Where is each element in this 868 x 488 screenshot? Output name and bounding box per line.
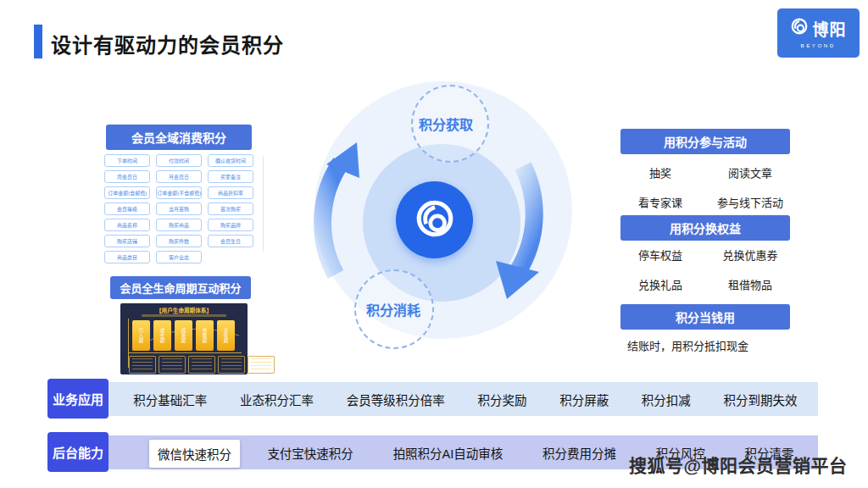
grid-cell: 商品折扣率 bbox=[208, 186, 253, 199]
panel-header-points-as-cash: 积分当钱用 bbox=[620, 304, 790, 330]
grid-cell: 付款时间 bbox=[156, 154, 202, 167]
lifecycle-captions bbox=[129, 356, 275, 374]
lifecycle-chart-image: 【用户生命周期体系】 引入期成长期成熟期休眠期流失期 bbox=[120, 303, 248, 374]
activity-item: 阅读文章 bbox=[705, 164, 795, 180]
backend-capability-item: 积分费用分摊 bbox=[542, 444, 616, 462]
lifecycle-caption-box bbox=[248, 356, 275, 374]
lifecycle-stage-card: 流失期 bbox=[217, 320, 235, 351]
beyond-logo-icon bbox=[414, 197, 456, 243]
lifecycle-caption-box bbox=[159, 356, 186, 374]
beyond-logo-icon bbox=[790, 17, 809, 39]
brand-name: 博阳 bbox=[812, 17, 846, 40]
panel-header-lifecycle-points: 会员全生命周期互动积分 bbox=[110, 276, 251, 299]
points-as-cash-note: 结账时，用积分抵扣现金 bbox=[627, 337, 748, 353]
benefit-item: 兑换优惠券 bbox=[705, 247, 795, 263]
grid-cell: 首次购买 bbox=[208, 202, 253, 215]
activity-item: 看专家课 bbox=[615, 194, 705, 210]
benefit-item: 停车权益 bbox=[615, 247, 705, 263]
slide: 设计有驱动力的会员积分 博阳 BEYOND 会员全域消费积分 下单时间付款时间确… bbox=[0, 0, 868, 488]
page-title: 设计有驱动力的会员积分 bbox=[51, 29, 284, 58]
consume-points-grid: 下单时间付款时间确认收货时间周会员日月会员日买家备注订单金额(含邮费)订单金额(… bbox=[104, 154, 255, 263]
watermark: 搜狐号@博阳会员营销平台 bbox=[629, 452, 847, 477]
grid-cell: 下单时间 bbox=[104, 154, 150, 167]
grid-cell: 当月首购 bbox=[156, 202, 202, 215]
grid-cell: 购买店铺 bbox=[104, 235, 150, 247]
grid-cell: 买家备注 bbox=[208, 170, 253, 183]
cycle-core-logo bbox=[396, 181, 473, 258]
wechat-quick-points-box: 微信快速积分 bbox=[149, 440, 240, 468]
brand-logo: 博阳 BEYOND bbox=[777, 8, 860, 58]
business-app-item: 积分奖励 bbox=[477, 391, 526, 408]
grid-cell: 订单金额(不含邮费) bbox=[156, 186, 202, 199]
earn-points-label: 积分获取 bbox=[419, 114, 473, 134]
title-accent-bar bbox=[34, 25, 42, 58]
business-app-item: 会员等级积分倍率 bbox=[347, 391, 445, 408]
business-app-item: 业态积分汇率 bbox=[240, 391, 314, 408]
lifecycle-stage-card: 休眠期 bbox=[196, 320, 214, 351]
lifecycle-stage-card: 引入期 bbox=[132, 320, 150, 351]
grid-cell: 客户业态 bbox=[156, 251, 202, 263]
business-apps-label: 业务应用 bbox=[47, 379, 108, 419]
panel-header-activities: 用积分参与活动 bbox=[620, 129, 790, 154]
grid-cell: 商品名称 bbox=[104, 219, 150, 231]
backend-capability-item: 拍照积分AI自动审核 bbox=[393, 444, 504, 462]
benefit-item: 租借物品 bbox=[705, 276, 795, 292]
spend-points-label: 积分消耗 bbox=[366, 299, 420, 319]
grid-cell: 购买件数 bbox=[156, 235, 202, 247]
lifecycle-caption-box bbox=[188, 356, 215, 374]
grid-cell: 月会员日 bbox=[156, 170, 202, 183]
business-app-item: 积分基础汇率 bbox=[133, 391, 207, 408]
lifecycle-stages: 引入期成长期成熟期休眠期流失期 bbox=[132, 320, 235, 351]
benefits-items: 停车权益兑换优惠券兑换礼品租借物品 bbox=[615, 247, 795, 292]
brand-subtitle: BEYOND bbox=[801, 42, 836, 48]
lifecycle-stage-card: 成熟期 bbox=[175, 320, 192, 351]
grid-cell: 购买商品 bbox=[156, 219, 202, 231]
lifecycle-stage-card: 成长期 bbox=[153, 320, 171, 351]
benefit-item: 兑换礼品 bbox=[615, 276, 705, 292]
grid-cell: 购买品牌 bbox=[208, 219, 253, 231]
business-app-item: 积分扣减 bbox=[642, 391, 691, 408]
lifecycle-axis-x bbox=[128, 352, 242, 353]
grid-cell: 确认收货时间 bbox=[208, 154, 253, 167]
lifecycle-caption-box bbox=[129, 356, 156, 374]
activity-item: 参与线下活动 bbox=[705, 194, 795, 210]
backend-capability-item: 支付宝快速积分 bbox=[267, 444, 353, 462]
panel-header-benefits: 用积分换权益 bbox=[620, 215, 790, 241]
grid-cell: 会员生日 bbox=[208, 235, 253, 247]
lifecycle-caption-box bbox=[218, 356, 245, 374]
grid-cell: 商品类目 bbox=[104, 251, 150, 263]
activities-items: 抽奖阅读文章看专家课参与线下活动 bbox=[615, 164, 795, 210]
divider bbox=[263, 156, 264, 252]
grid-cell: 订单金额(含邮费) bbox=[104, 186, 150, 199]
backend-capability-label: 后台能力 bbox=[47, 432, 108, 472]
grid-cell: 会员等级 bbox=[104, 202, 150, 215]
activity-item: 抽奖 bbox=[615, 164, 705, 180]
grid-cell: 周会员日 bbox=[104, 170, 150, 183]
business-app-item: 积分到期失效 bbox=[724, 391, 798, 408]
business-app-item: 积分屏蔽 bbox=[559, 391, 609, 408]
panel-header-consume-points: 会员全域消费积分 bbox=[106, 125, 252, 150]
business-apps-items: 积分基础汇率业态积分汇率会员等级积分倍率积分奖励积分屏蔽积分扣减积分到期失效 bbox=[117, 382, 814, 416]
